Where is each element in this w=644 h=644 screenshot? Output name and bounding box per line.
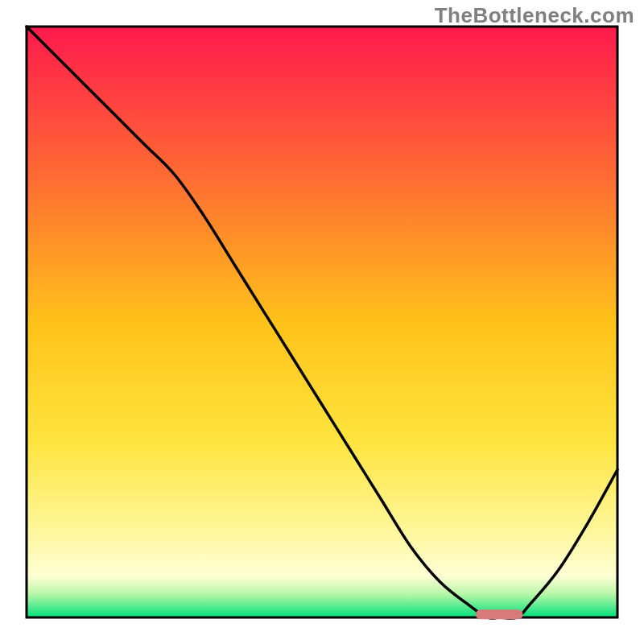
trough-marker — [476, 609, 523, 619]
watermark-text: TheBottleneck.com — [435, 3, 634, 28]
chart-container: TheBottleneck.com — [0, 0, 644, 644]
bottleneck-chart — [0, 0, 644, 644]
